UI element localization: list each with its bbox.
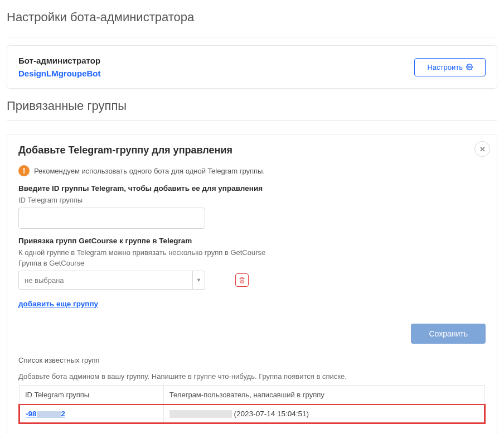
known-groups-table: ID Telegram группы Телеграм-пользователь… [18, 385, 486, 424]
configure-button-label: Настроить [427, 63, 463, 71]
linked-groups-title: Привязанные группы [7, 99, 497, 113]
svg-point-0 [469, 66, 471, 68]
divider [7, 120, 497, 121]
add-group-panel: ✕ Добавьте Telegram-группу для управлени… [7, 134, 497, 433]
id-subhead: Введите ID группы Telegram, чтобы добави… [18, 184, 486, 193]
warning-icon: ! [18, 165, 30, 176]
bind-help: К одной группе в Telegram можно привязат… [18, 248, 486, 257]
known-groups-title: Список известных групп [18, 356, 486, 364]
table-row: -982 (2023-07-14 15:04:51) [20, 405, 485, 424]
gc-group-label: Группа в GetCourse [18, 259, 486, 267]
known-groups-help: Добавьте бота админом в вашу группу. Нап… [18, 372, 486, 381]
configure-button[interactable]: Настроить [414, 58, 486, 76]
trash-icon [239, 277, 245, 283]
close-button[interactable]: ✕ [474, 141, 490, 157]
cell-group-id: -982 [20, 405, 164, 424]
add-group-link[interactable]: добавить еще группу [18, 300, 98, 308]
group-id-link[interactable]: -982 [26, 410, 65, 418]
close-icon: ✕ [479, 145, 486, 153]
panel-title: Добавьте Telegram-группу для управления [18, 145, 486, 156]
cell-user: (2023-07-14 15:04:51) [163, 405, 484, 424]
getcourse-group-select[interactable]: не выбрана ▼ [18, 271, 205, 290]
bot-name-link[interactable]: DesignLMgroupeBot [18, 69, 101, 78]
recommendation-alert: ! Рекомендуем использовать одного бота д… [18, 165, 486, 176]
alert-text: Рекомендуем использовать одного бота для… [34, 167, 265, 175]
bind-subhead: Привязка групп GetCourse к группе в Tele… [18, 237, 486, 245]
redacted-id [37, 411, 61, 418]
col-user: Телеграм-пользователь, написавший в груп… [163, 386, 484, 405]
bot-admin-card: Бот-администратор DesignLMgroupeBot Наст… [7, 45, 497, 89]
divider [7, 37, 497, 37]
id-label: ID Telegram группы [18, 196, 486, 204]
delete-binding-button[interactable] [235, 273, 249, 287]
save-button[interactable]: Сохранить [411, 324, 486, 344]
telegram-group-id-input[interactable] [18, 208, 205, 229]
timestamp: (2023-07-14 15:04:51) [234, 410, 309, 418]
chevron-down-icon: ▼ [192, 271, 205, 290]
col-id: ID Telegram группы [20, 386, 164, 405]
select-placeholder: не выбрана [19, 276, 70, 285]
bot-label: Бот-администратор [18, 56, 101, 65]
redacted-user [169, 410, 232, 418]
page-title: Настройки бота-администратора [7, 10, 497, 25]
gear-icon [466, 64, 473, 70]
table-header-row: ID Telegram группы Телеграм-пользователь… [20, 386, 485, 405]
